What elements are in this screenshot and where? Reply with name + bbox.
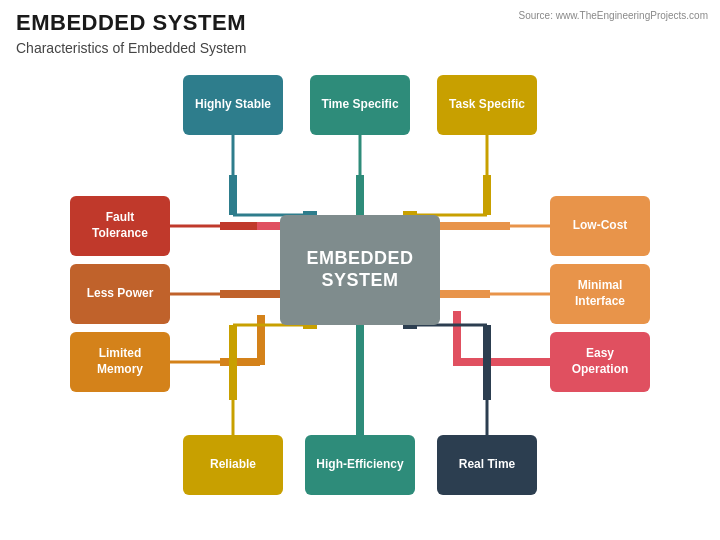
box-less-power: Less Power (70, 264, 170, 324)
box-real-time: Real Time (437, 435, 537, 495)
box-highly-stable: Highly Stable (183, 75, 283, 135)
svg-rect-11 (220, 222, 260, 230)
svg-rect-20 (440, 290, 490, 298)
svg-rect-7 (483, 175, 491, 215)
center-line2: SYSTEM (321, 270, 398, 290)
svg-rect-22 (453, 311, 461, 366)
svg-rect-12 (257, 222, 280, 230)
box-fault-tolerance: Fault Tolerance (70, 196, 170, 256)
center-embedded-system: EMBEDDED SYSTEM (280, 215, 440, 325)
box-time-specific: Time Specific (310, 75, 410, 135)
box-reliable: Reliable (183, 435, 283, 495)
svg-rect-23 (453, 358, 550, 366)
svg-rect-31 (483, 325, 491, 400)
svg-rect-14 (220, 290, 280, 298)
box-limited-memory: Limited Memory (70, 332, 170, 392)
box-easy-operation: Easy Operation (550, 332, 650, 392)
page-subtitle: Characteristics of Embedded System (16, 40, 246, 56)
box-minimal-interface: Minimal Interface (550, 264, 650, 324)
svg-rect-5 (356, 175, 364, 215)
box-task-specific: Task Specific (437, 75, 537, 135)
source-attribution: Source: www.TheEngineeringProjects.com (518, 10, 708, 21)
box-low-cost: Low-Cost (550, 196, 650, 256)
svg-rect-1 (229, 175, 237, 215)
svg-rect-18 (440, 222, 510, 230)
svg-rect-25 (229, 325, 237, 400)
center-line1: EMBEDDED (306, 248, 413, 268)
page-title: EMBEDDED SYSTEM (16, 10, 246, 36)
box-high-efficiency: High-Efficiency (305, 435, 415, 495)
svg-rect-16 (220, 358, 260, 366)
svg-rect-17 (257, 315, 265, 365)
svg-rect-29 (356, 325, 364, 435)
